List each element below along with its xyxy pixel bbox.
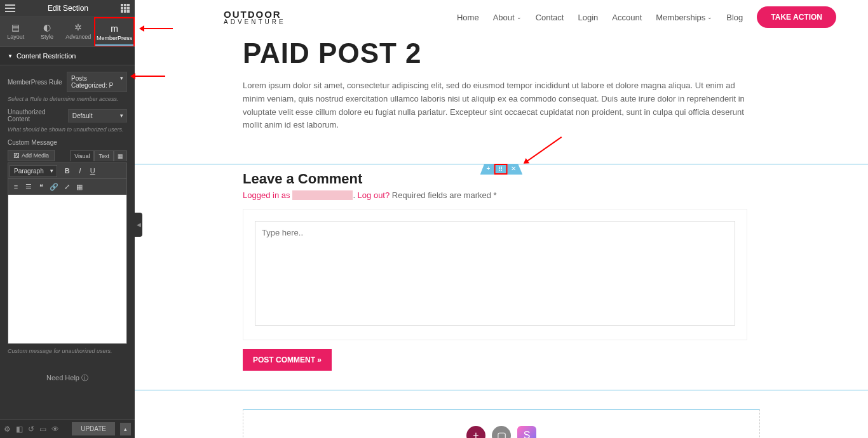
media-icon: 🖼: [13, 152, 19, 159]
starter-icon[interactable]: S: [517, 426, 536, 438]
cta-button[interactable]: TAKE ACTION: [757, 6, 836, 28]
italic-button[interactable]: I: [74, 164, 86, 177]
edit-section-button[interactable]: ⠿: [494, 164, 507, 175]
custom-msg-label: Custom Message: [8, 139, 127, 146]
tab-style[interactable]: ◐Style: [31, 17, 62, 46]
layout-icon: ▤: [1, 22, 30, 32]
panel-body: MemberPress Rule Posts Categorized: P Se…: [0, 65, 135, 419]
annotation-arrow: [141, 28, 173, 29]
editor-tab-toggle[interactable]: ▦: [114, 150, 127, 161]
custom-hint: Custom message for unauthorized users.: [8, 348, 127, 354]
logged-in-link[interactable]: Logged in as user: [243, 190, 353, 200]
nav-memberships[interactable]: Memberships⌄: [656, 13, 712, 22]
tab-layout[interactable]: ▤Layout: [0, 17, 31, 46]
chevron-down-icon: ⌄: [517, 14, 522, 20]
fullscreen-button[interactable]: ⤢: [60, 180, 73, 193]
site-logo[interactable]: OUTDOOR ADVENTURE: [224, 10, 286, 25]
post-content: PAID POST 2 Lorem ipsum dolor sit amet, …: [135, 34, 868, 164]
annotation-arrow: [132, 76, 165, 77]
unauth-label: Unauthorized Content: [8, 109, 68, 123]
section-comments[interactable]: + ⠿ ✕ Leave a Comment Logged in as user.…: [135, 164, 868, 390]
delete-section-button[interactable]: ✕: [507, 164, 522, 175]
unauth-select[interactable]: Default: [68, 109, 127, 123]
caret-down-icon: ▼: [8, 53, 13, 59]
nav-blog[interactable]: Blog: [726, 13, 743, 22]
comment-meta: Logged in as user. Log out? Required fie…: [243, 190, 747, 200]
editor-toolbar: Paragraph B I U: [8, 163, 127, 179]
add-section-icon[interactable]: +: [466, 426, 485, 438]
underline-button[interactable]: U: [86, 164, 99, 177]
history-icon[interactable]: ↺: [28, 425, 34, 434]
editor-toolbar-2: ≡ ☰ ❝ 🔗 ⤢ ▦: [8, 179, 127, 195]
settings-icon[interactable]: ⚙: [4, 425, 11, 434]
update-button[interactable]: UPDATE: [72, 422, 115, 435]
preview-area: OUTDOOR ADVENTURE Home About⌄ Contact Lo…: [135, 0, 868, 438]
link-button[interactable]: 🔗: [48, 180, 60, 193]
panel-tabs: ▤Layout ◐Style ✲Advanced mMemberPress: [0, 17, 135, 46]
accordion-content-restriction[interactable]: ▼ Content Restriction: [0, 46, 135, 65]
add-widget-area[interactable]: + ▢ S: [243, 409, 760, 438]
widgets-grid-icon[interactable]: [121, 4, 130, 13]
responsive-icon[interactable]: ▭: [39, 425, 46, 434]
rule-hint: Select a Rule to determine member access…: [8, 96, 127, 102]
nav-account[interactable]: Account: [612, 13, 642, 22]
bottom-bar: ⚙ ◧ ↺ ▭ 👁 UPDATE ▴: [0, 419, 135, 438]
style-icon: ◐: [32, 22, 61, 32]
update-options-button[interactable]: ▴: [120, 423, 131, 435]
rule-select[interactable]: Posts Categorized: P: [67, 72, 127, 92]
message-editor[interactable]: [8, 195, 127, 344]
menu-icon[interactable]: [5, 4, 15, 12]
preview-icon[interactable]: 👁: [51, 425, 59, 434]
list-button[interactable]: ≡: [10, 180, 22, 193]
elementor-sidebar: Edit Section ▤Layout ◐Style ✲Advanced mM…: [0, 0, 135, 438]
post-title: PAID POST 2: [243, 37, 747, 69]
sidebar-header: Edit Section: [0, 0, 135, 17]
template-icon[interactable]: ▢: [492, 426, 511, 438]
navigator-icon[interactable]: ◧: [16, 425, 23, 434]
site-header: OUTDOOR ADVENTURE Home About⌄ Contact Lo…: [135, 0, 868, 34]
comment-form: [243, 209, 747, 340]
collapse-sidebar-button[interactable]: ◀: [135, 213, 142, 237]
nav-home[interactable]: Home: [457, 13, 479, 22]
quote-button[interactable]: ❝: [35, 180, 48, 193]
unauth-hint: What should be shown to unauthorized use…: [8, 126, 127, 133]
nav-login[interactable]: Login: [578, 13, 598, 22]
section-handle: + ⠿ ✕: [480, 164, 523, 175]
toolbar-toggle-button[interactable]: ▦: [73, 180, 86, 193]
tab-memberpress[interactable]: mMemberPress: [94, 17, 135, 46]
tab-advanced[interactable]: ✲Advanced: [63, 17, 94, 46]
add-section-button[interactable]: +: [480, 164, 494, 175]
bold-button[interactable]: B: [61, 164, 74, 177]
editor-tab-text[interactable]: Text: [94, 150, 114, 161]
paragraph-select[interactable]: Paragraph: [10, 165, 57, 177]
panel-title: Edit Section: [48, 4, 88, 13]
post-body: Lorem ipsum dolor sit amet, consectetur …: [243, 79, 747, 132]
advanced-icon: ✲: [64, 22, 93, 32]
rule-label: MemberPress Rule: [8, 79, 62, 86]
post-comment-button[interactable]: POST COMMENT »: [243, 349, 332, 371]
nav-about[interactable]: About⌄: [493, 13, 522, 22]
editor-tab-visual[interactable]: Visual: [70, 150, 94, 161]
chevron-down-icon: ⌄: [707, 14, 712, 20]
memberpress-icon: m: [97, 23, 132, 34]
comment-textarea[interactable]: [255, 221, 735, 326]
list-ol-button[interactable]: ☰: [22, 180, 35, 193]
add-media-button[interactable]: 🖼Add Media: [8, 150, 55, 161]
logout-link[interactable]: Log out?: [358, 190, 390, 200]
help-icon: ⓘ: [81, 374, 88, 382]
nav-contact[interactable]: Contact: [536, 13, 564, 22]
need-help-link[interactable]: Need Help ⓘ: [8, 361, 127, 395]
